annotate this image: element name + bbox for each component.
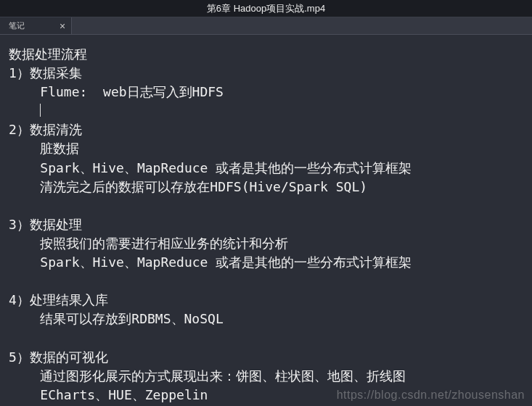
tab-bar: 笔记 × <box>0 17 532 35</box>
note-line: Spark、Hive、MapReduce 或者是其他的一些分布式计算框架 <box>9 254 412 270</box>
section-title: 处理结果入库 <box>30 292 108 307</box>
window-title: 第6章 Hadoop项目实战.mp4 <box>207 3 325 14</box>
note-editor[interactable]: 数据处理流程 1）数据采集 Flume: web日志写入到HDFS 2）数据清洗… <box>0 35 532 406</box>
section-num: 4） <box>9 292 30 307</box>
text-cursor <box>40 104 41 117</box>
close-icon[interactable]: × <box>60 21 65 31</box>
heading: 数据处理流程 <box>9 46 87 62</box>
tab-label: 笔记 <box>9 20 25 31</box>
note-line: 通过图形化展示的方式展现出来：饼图、柱状图、地图、折线图 <box>9 368 406 384</box>
note-line: 清洗完之后的数据可以存放在HDFS(Hive/Spark SQL) <box>9 179 367 194</box>
note-line: 脏数据 <box>9 141 79 156</box>
section-num: 3） <box>9 217 30 232</box>
note-line: Spark、Hive、MapReduce 或者是其他的一些分布式计算框架 <box>9 160 412 175</box>
note-line: 按照我们的需要进行相应业务的统计和分析 <box>9 236 288 251</box>
section-num: 5） <box>9 349 30 365</box>
note-line: ECharts、HUE、Zeppelin <box>9 387 208 402</box>
section-title: 数据清洗 <box>30 122 82 137</box>
watermark: https://blog.csdn.net/zhousenshan <box>337 389 525 402</box>
window-title-bar: 第6章 Hadoop项目实战.mp4 <box>0 0 532 17</box>
section-title: 数据采集 <box>30 65 82 80</box>
note-line: 结果可以存放到RDBMS、NoSQL <box>9 311 224 326</box>
section-title: 数据的可视化 <box>30 349 108 365</box>
section-title: 数据处理 <box>30 217 82 232</box>
section-num: 1） <box>9 65 30 80</box>
note-line: Flume: web日志写入到HDFS <box>9 84 224 99</box>
tab-notes[interactable]: 笔记 × <box>0 17 72 34</box>
section-num: 2） <box>9 122 30 137</box>
